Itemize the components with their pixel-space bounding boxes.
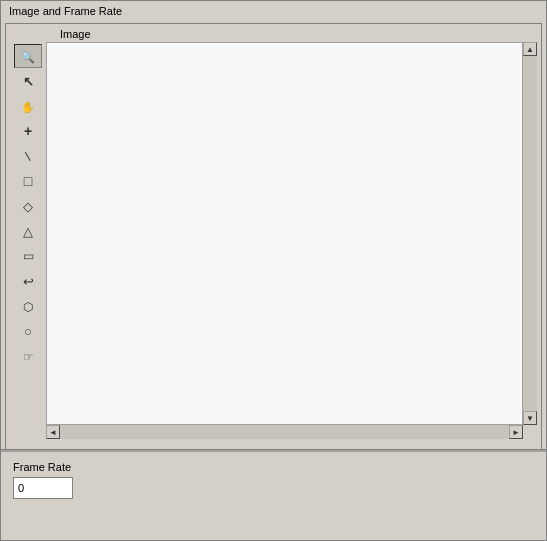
doc-icon: ▭ <box>23 249 34 263</box>
vertical-scrollbar: ▲ ▼ <box>523 42 537 425</box>
image-viewport: ▲ ▼ ◄ ► <box>46 42 537 439</box>
triangle-tool[interactable] <box>14 219 42 243</box>
polygon-icon <box>23 298 33 314</box>
hand-icon <box>21 98 35 114</box>
hand-tool[interactable] <box>14 94 42 118</box>
horizontal-scroll-track[interactable] <box>60 425 509 439</box>
image-label: Image <box>60 28 537 40</box>
ellipse-icon <box>24 323 32 339</box>
toolbar: / ▭ <box>10 42 46 439</box>
frame-rate-input[interactable] <box>13 477 73 499</box>
vertical-scroll-track[interactable] <box>523 56 537 411</box>
pencil-icon: / <box>21 149 34 162</box>
horizontal-scrollbar: ◄ ► <box>46 425 523 439</box>
panel-title: Image and Frame Rate <box>9 5 122 17</box>
magnify-tool[interactable] <box>14 44 42 68</box>
image-content-area: / ▭ <box>10 42 537 439</box>
scroll-down-button[interactable]: ▼ <box>523 411 537 425</box>
triangle-icon <box>23 223 33 239</box>
cross-tool[interactable] <box>14 119 42 143</box>
rect-tool[interactable] <box>14 169 42 193</box>
doc-tool[interactable]: ▭ <box>14 244 42 268</box>
divider <box>1 449 546 452</box>
scrollbar-corner <box>523 425 537 439</box>
ellipse-tool[interactable] <box>14 319 42 343</box>
image-canvas[interactable] <box>46 42 523 425</box>
pointer-tool[interactable] <box>14 69 42 93</box>
image-section: Image / <box>5 23 542 450</box>
scroll-up-button[interactable]: ▲ <box>523 42 537 56</box>
cross-icon <box>24 123 32 139</box>
rect-icon <box>24 173 32 189</box>
grab-icon <box>23 348 34 364</box>
frame-rate-label: Frame Rate <box>13 461 534 473</box>
curve-tool[interactable] <box>14 269 42 293</box>
pointer-icon <box>23 73 34 89</box>
curve-icon <box>23 273 34 289</box>
diamond-icon <box>23 198 33 214</box>
frame-rate-section: Frame Rate <box>5 455 542 540</box>
polygon-tool[interactable] <box>14 294 42 318</box>
pencil-tool[interactable]: / <box>14 144 42 168</box>
scroll-left-button[interactable]: ◄ <box>46 425 60 439</box>
main-panel: Image and Frame Rate Image <box>0 0 547 541</box>
magnify-icon <box>21 48 35 64</box>
scroll-right-button[interactable]: ► <box>509 425 523 439</box>
grab-tool[interactable] <box>14 344 42 368</box>
diamond-tool[interactable] <box>14 194 42 218</box>
